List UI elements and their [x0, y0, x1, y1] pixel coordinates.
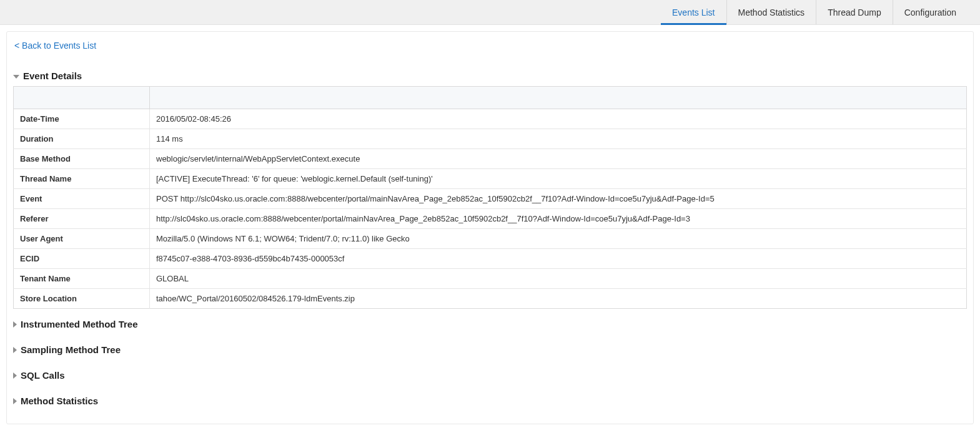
detail-value: f8745c07-e388-4703-8936-d559bc4b7435-000… — [150, 249, 967, 269]
table-row: ECID f8745c07-e388-4703-8936-d559bc4b743… — [14, 249, 967, 269]
detail-key: Event — [14, 189, 150, 209]
page-panel: < Back to Events List Event Details Date… — [6, 31, 974, 424]
section-event-details: Event Details Date-Time 2016/05/02-08:45… — [13, 66, 967, 309]
section-header-method-statistics[interactable]: Method Statistics — [13, 391, 967, 411]
table-row: Referer http://slc04sko.us.oracle.com:88… — [14, 209, 967, 229]
chevron-right-icon — [13, 347, 17, 353]
top-tab-bar: Events List Method Statistics Thread Dum… — [0, 0, 980, 25]
chevron-down-icon — [13, 75, 19, 79]
section-title: Sampling Method Tree — [21, 344, 121, 355]
tab-events-list[interactable]: Events List — [661, 0, 726, 24]
section-header-instrumented-method-tree[interactable]: Instrumented Method Tree — [13, 314, 967, 334]
chevron-right-icon — [13, 321, 17, 328]
table-header-blank-value — [150, 87, 967, 109]
chevron-right-icon — [13, 398, 17, 404]
detail-key: Referer — [14, 209, 150, 229]
table-row: Tenant Name GLOBAL — [14, 269, 967, 289]
section-method-statistics: Method Statistics — [13, 391, 967, 411]
detail-key: Thread Name — [14, 169, 150, 189]
tab-label: Thread Dump — [828, 7, 881, 17]
detail-key: Tenant Name — [14, 269, 150, 289]
detail-key: Date-Time — [14, 109, 150, 129]
table-row: User Agent Mozilla/5.0 (Windows NT 6.1; … — [14, 229, 967, 249]
section-sampling-method-tree: Sampling Method Tree — [13, 339, 967, 360]
back-to-events-list-link[interactable]: < Back to Events List — [7, 32, 96, 59]
table-row: Thread Name [ACTIVE] ExecuteThread: '6' … — [14, 169, 967, 189]
detail-key: Base Method — [14, 149, 150, 169]
detail-key: User Agent — [14, 229, 150, 249]
detail-value: POST http://slc04sko.us.oracle.com:8888/… — [150, 189, 967, 209]
section-header-event-details[interactable]: Event Details — [13, 66, 967, 86]
section-sql-calls: SQL Calls — [13, 365, 967, 386]
event-details-table: Date-Time 2016/05/02-08:45:26 Duration 1… — [13, 86, 967, 309]
chevron-right-icon — [13, 372, 17, 379]
section-title: Instrumented Method Tree — [21, 319, 138, 329]
tab-method-statistics[interactable]: Method Statistics — [727, 0, 817, 24]
detail-key: ECID — [14, 249, 150, 269]
detail-value: tahoe/WC_Portal/20160502/084526.179-ldmE… — [150, 289, 967, 309]
section-header-sampling-method-tree[interactable]: Sampling Method Tree — [13, 339, 967, 360]
table-row: Duration 114 ms — [14, 129, 967, 149]
section-title: SQL Calls — [21, 370, 65, 381]
table-row: Date-Time 2016/05/02-08:45:26 — [14, 109, 967, 129]
detail-value: http://slc04sko.us.oracle.com:8888/webce… — [150, 209, 967, 229]
detail-value: Mozilla/5.0 (Windows NT 6.1; WOW64; Trid… — [150, 229, 967, 249]
detail-value: [ACTIVE] ExecuteThread: '6' for queue: '… — [150, 169, 967, 189]
tab-label: Configuration — [904, 7, 956, 17]
detail-value: 2016/05/02-08:45:26 — [150, 109, 967, 129]
table-row: Store Location tahoe/WC_Portal/20160502/… — [14, 289, 967, 309]
detail-value: weblogic/servlet/internal/WebAppServletC… — [150, 149, 967, 169]
section-title: Event Details — [23, 71, 82, 81]
table-row: Base Method weblogic/servlet/internal/We… — [14, 149, 967, 169]
tabs: Events List Method Statistics Thread Dum… — [661, 0, 968, 24]
tab-label: Method Statistics — [738, 7, 805, 17]
table-row: Event POST http://slc04sko.us.oracle.com… — [14, 189, 967, 209]
detail-value: GLOBAL — [150, 269, 967, 289]
detail-value: 114 ms — [150, 129, 967, 149]
detail-key: Duration — [14, 129, 150, 149]
section-title: Method Statistics — [21, 396, 98, 406]
tab-label: Events List — [672, 7, 715, 17]
detail-key: Store Location — [14, 289, 150, 309]
tab-thread-dump[interactable]: Thread Dump — [816, 0, 893, 24]
tab-configuration[interactable]: Configuration — [893, 0, 968, 24]
section-header-sql-calls[interactable]: SQL Calls — [13, 365, 967, 386]
table-header-blank-key — [14, 87, 150, 109]
section-instrumented-method-tree: Instrumented Method Tree — [13, 314, 967, 334]
